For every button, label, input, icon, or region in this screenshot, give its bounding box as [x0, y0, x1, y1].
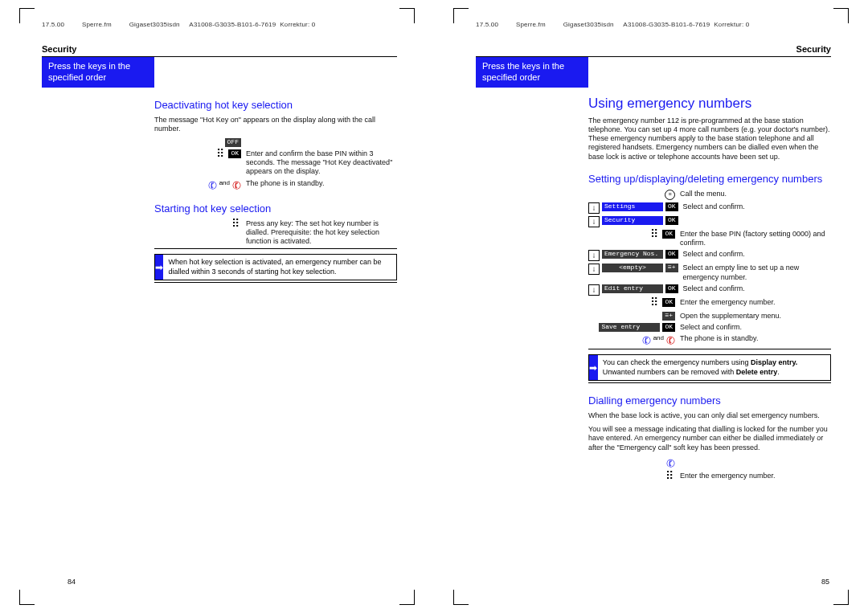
handset-icon: ✆ [665, 456, 677, 470]
and-text: and [653, 334, 664, 341]
tip-box: ➡ You can check the emergency numbers us… [588, 354, 831, 381]
handset-red-icon: ✆ [231, 178, 243, 192]
section-title: Security [476, 44, 831, 57]
plusminus-icon: ≡+ [662, 312, 675, 321]
plusminus-icon: ≡+ [665, 264, 678, 272]
heading-setting-up: Setting up/displaying/deleting emergency… [588, 173, 831, 185]
handset-icon: ✆ [206, 178, 218, 192]
keypad-icon [665, 472, 675, 483]
keypad-icon [231, 219, 241, 231]
ok-button: OK [662, 230, 675, 239]
arrow-icon: ➡ [155, 262, 163, 273]
editentry-label: Edit entry [602, 284, 663, 293]
emergnos-label: Emergency Nos. [602, 250, 663, 259]
keypad-icon [650, 230, 660, 241]
page-number: 85 [821, 578, 829, 586]
ok-button: OK [662, 323, 675, 332]
heading-using: Using emergency numbers [588, 96, 831, 112]
ok-button: OK [665, 250, 678, 259]
and-text: and [219, 179, 230, 186]
menu-icon: ≡ [665, 190, 675, 200]
header-right: 17.5.00 Sperre.fm Gigaset3035isdn A31008… [476, 21, 831, 28]
tip-text: When hot key selection is activated, an … [163, 255, 396, 280]
page-number: 84 [68, 578, 76, 586]
handset-icon: ✆ [640, 333, 652, 348]
ok-button: OK [665, 202, 678, 211]
instruction-box: Press the keys in the specified order [42, 57, 154, 88]
text: Select and confirm. [680, 323, 742, 332]
text: Enter the emergency number. [680, 298, 776, 307]
content-right: Using emergency numbers The emergency nu… [588, 96, 831, 483]
down-icon: ↓ [588, 216, 600, 227]
tip-text: You can check the emergency numbers usin… [598, 355, 830, 380]
handset-red-icon: ✆ [665, 333, 677, 348]
security-label: Security [602, 216, 663, 225]
text: Open the supplementary menu. [680, 312, 781, 321]
heading-dialling: Dialling emergency numbers [588, 394, 831, 407]
content-left: Deactivating hot key selection The messa… [154, 99, 397, 283]
ok-button: OK [662, 298, 675, 307]
off-label: OFF [225, 138, 241, 147]
text: Press any key: The set hot key number is… [246, 219, 397, 247]
down-icon: ↓ [588, 284, 600, 296]
keypad-icon [216, 149, 226, 161]
section-title: Security [42, 44, 397, 57]
text: The phone is in standby. [246, 179, 324, 188]
text: Select an empty line to set up a new eme… [683, 264, 831, 282]
text: Call the menu. [680, 190, 727, 198]
empty-label: <empty> [602, 264, 663, 272]
heading-deactivating: Deactivating hot key selection [154, 99, 397, 111]
down-icon: ↓ [588, 250, 600, 261]
intro-text: The emergency number 112 is pre-programm… [588, 116, 831, 161]
text: Enter the emergency number. [680, 472, 776, 480]
down-icon: ↓ [588, 202, 600, 214]
ok-button: OK [665, 216, 678, 225]
text: When the base lock is active, you can on… [588, 411, 831, 420]
tip-box: ➡ When hot key selection is activated, a… [154, 254, 397, 280]
ok-button: OK [228, 149, 241, 158]
instruction-box: Press the keys in the specified order [476, 57, 588, 88]
header-left: 17.5.00 Sperre.fm Gigaset3035isdn A31008… [42, 21, 397, 28]
page-right: 17.5.00 Sperre.fm Gigaset3035isdn A31008… [434, 0, 868, 613]
text: Enter and confirm the base PIN within 3 … [246, 149, 397, 177]
settings-label: Settings [602, 202, 663, 211]
arrow-icon: ➡ [589, 362, 597, 374]
page-left: 17.5.00 Sperre.fm Gigaset3035isdn A31008… [0, 0, 434, 613]
keypad-icon [650, 298, 660, 309]
text: Select and confirm. [683, 284, 745, 293]
text: Enter the base PIN (factory setting 0000… [680, 230, 831, 248]
text: You will see a message indicating that d… [588, 425, 831, 452]
down-icon: ↓ [588, 264, 600, 275]
ok-button: OK [665, 284, 678, 293]
text: The message "Hot Key on" appears on the … [154, 116, 397, 134]
text: Select and confirm. [683, 202, 745, 211]
heading-starting: Starting hot key selection [154, 202, 397, 215]
text: The phone is in standby. [680, 334, 758, 343]
saveentry-label: Save entry [599, 323, 660, 332]
text: Select and confirm. [683, 250, 745, 259]
